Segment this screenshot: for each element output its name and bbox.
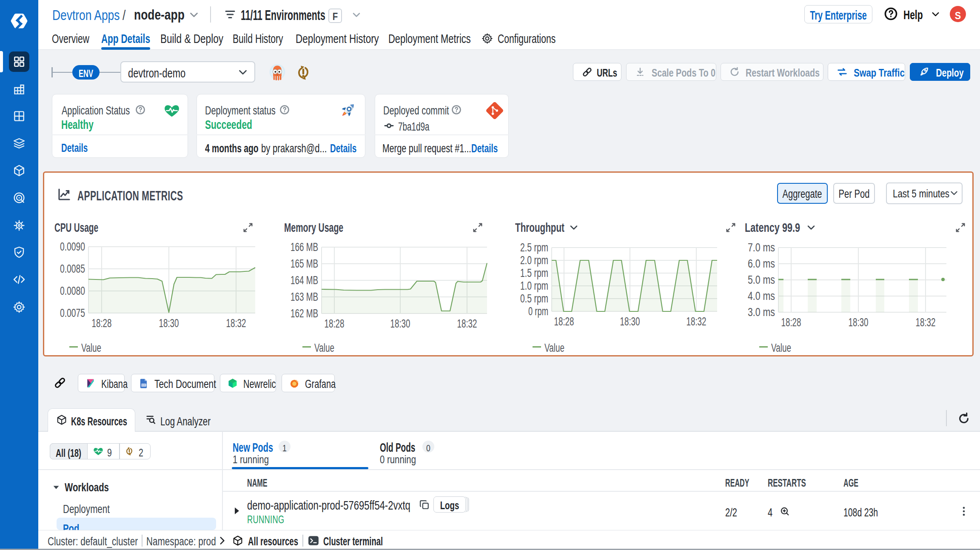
svg-text:18:32: 18:32	[226, 317, 246, 330]
svg-text:18:28: 18:28	[92, 317, 112, 330]
svg-text:0.0090: 0.0090	[60, 240, 85, 253]
svg-text:1.5 rpm: 1.5 rpm	[520, 267, 548, 279]
svg-text:2.0 rpm: 2.0 rpm	[520, 254, 548, 267]
svg-text:2.5 rpm: 2.5 rpm	[520, 241, 548, 254]
svg-text:18:32: 18:32	[687, 315, 707, 328]
svg-text:0.5 rpm: 0.5 rpm	[520, 292, 548, 305]
svg-text:6.0 ms: 6.0 ms	[748, 257, 775, 270]
svg-text:1.0 rpm: 1.0 rpm	[520, 279, 548, 292]
svg-text:4.0 ms: 4.0 ms	[748, 290, 775, 302]
svg-text:164 MB: 164 MB	[291, 274, 318, 287]
svg-text:0 rpm: 0 rpm	[528, 305, 548, 318]
svg-text:18:28: 18:28	[781, 316, 801, 329]
svg-text:0.0075: 0.0075	[60, 307, 85, 319]
svg-text:DOC: DOC	[141, 384, 146, 386]
svg-text:3.0 ms: 3.0 ms	[748, 306, 775, 319]
svg-text:5.0 ms: 5.0 ms	[748, 274, 775, 286]
svg-text:0.0080: 0.0080	[60, 285, 85, 297]
svg-text:18:32: 18:32	[916, 316, 936, 329]
svg-text:18:30: 18:30	[849, 316, 869, 329]
svg-text:18:32: 18:32	[457, 317, 477, 330]
svg-text:166 MB: 166 MB	[291, 241, 318, 254]
svg-text:18:28: 18:28	[554, 315, 574, 328]
svg-text:0.0085: 0.0085	[60, 262, 85, 275]
svg-text:163 MB: 163 MB	[291, 291, 318, 303]
svg-text:18:30: 18:30	[159, 317, 179, 330]
svg-text:7.0 ms: 7.0 ms	[748, 241, 775, 254]
svg-text:18:30: 18:30	[620, 315, 640, 328]
svg-text:18:30: 18:30	[390, 317, 410, 330]
svg-text:18:28: 18:28	[325, 317, 345, 330]
svg-text:165 MB: 165 MB	[291, 257, 318, 270]
svg-text:162 MB: 162 MB	[291, 307, 318, 320]
